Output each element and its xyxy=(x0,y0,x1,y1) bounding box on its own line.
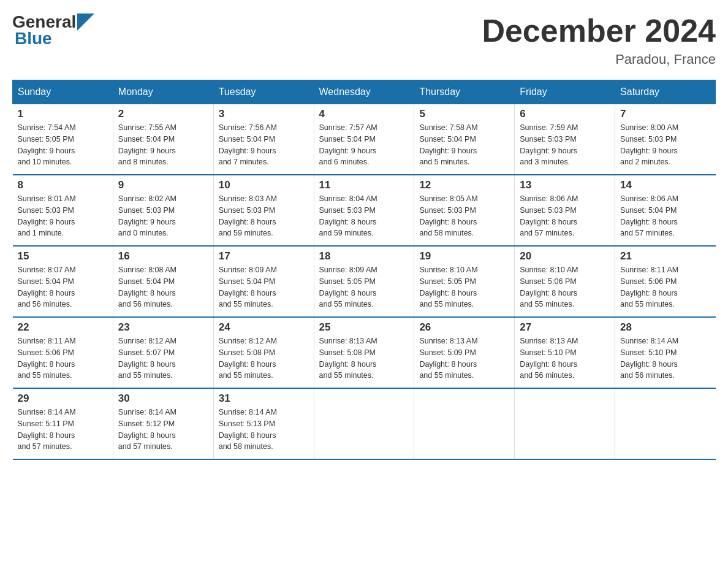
day-info: Sunrise: 8:13 AMSunset: 5:08 PMDaylight:… xyxy=(319,335,409,381)
calendar-cell: 3Sunrise: 7:56 AMSunset: 5:04 PMDaylight… xyxy=(213,104,314,175)
calendar-cell: 10Sunrise: 8:03 AMSunset: 5:03 PMDayligh… xyxy=(213,175,314,246)
calendar-cell: 31Sunrise: 8:14 AMSunset: 5:13 PMDayligh… xyxy=(213,388,314,459)
calendar-cell: 17Sunrise: 8:09 AMSunset: 5:04 PMDayligh… xyxy=(213,246,314,317)
calendar-cell: 27Sunrise: 8:13 AMSunset: 5:10 PMDayligh… xyxy=(515,317,615,388)
calendar-cell: 8Sunrise: 8:01 AMSunset: 5:03 PMDaylight… xyxy=(13,175,113,246)
week-row-1: 1Sunrise: 7:54 AMSunset: 5:05 PMDaylight… xyxy=(13,104,716,175)
day-number: 9 xyxy=(118,179,208,191)
calendar-cell: 25Sunrise: 8:13 AMSunset: 5:08 PMDayligh… xyxy=(314,317,414,388)
calendar-title: December 2024 xyxy=(482,12,716,49)
calendar-cell xyxy=(615,388,716,459)
day-info: Sunrise: 8:03 AMSunset: 5:03 PMDaylight:… xyxy=(219,193,309,239)
day-number: 20 xyxy=(520,250,610,262)
day-number: 28 xyxy=(620,321,710,334)
day-number: 8 xyxy=(18,179,108,191)
day-number: 10 xyxy=(219,179,309,191)
day-number: 29 xyxy=(18,393,108,405)
day-info: Sunrise: 8:13 AMSunset: 5:10 PMDaylight:… xyxy=(520,335,610,381)
calendar-cell: 11Sunrise: 8:04 AMSunset: 5:03 PMDayligh… xyxy=(314,175,414,246)
calendar-cell xyxy=(414,388,515,459)
day-number: 16 xyxy=(118,250,208,262)
day-number: 15 xyxy=(18,250,108,262)
day-number: 3 xyxy=(219,108,309,120)
week-row-5: 29Sunrise: 8:14 AMSunset: 5:11 PMDayligh… xyxy=(13,388,716,459)
calendar-table: SundayMondayTuesdayWednesdayThursdayFrid… xyxy=(12,80,716,460)
calendar-cell xyxy=(515,388,615,459)
week-row-3: 15Sunrise: 8:07 AMSunset: 5:04 PMDayligh… xyxy=(13,246,716,317)
day-info: Sunrise: 8:10 AMSunset: 5:06 PMDaylight:… xyxy=(520,264,610,310)
day-number: 23 xyxy=(118,321,208,334)
calendar-cell: 22Sunrise: 8:11 AMSunset: 5:06 PMDayligh… xyxy=(13,317,113,388)
day-number: 31 xyxy=(219,393,309,405)
calendar-cell: 29Sunrise: 8:14 AMSunset: 5:11 PMDayligh… xyxy=(13,388,113,459)
day-info: Sunrise: 7:58 AMSunset: 5:04 PMDaylight:… xyxy=(419,122,509,168)
calendar-cell: 2Sunrise: 7:55 AMSunset: 5:04 PMDaylight… xyxy=(113,104,213,175)
day-number: 12 xyxy=(419,179,509,191)
header-wednesday: Wednesday xyxy=(314,80,414,104)
logo-arrow-icon xyxy=(77,13,94,31)
day-info: Sunrise: 8:07 AMSunset: 5:04 PMDaylight:… xyxy=(18,264,108,310)
week-row-4: 22Sunrise: 8:11 AMSunset: 5:06 PMDayligh… xyxy=(13,317,716,388)
day-info: Sunrise: 8:06 AMSunset: 5:03 PMDaylight:… xyxy=(520,193,610,239)
day-info: Sunrise: 7:59 AMSunset: 5:03 PMDaylight:… xyxy=(520,122,610,168)
header-monday: Monday xyxy=(113,80,213,104)
calendar-cell: 15Sunrise: 8:07 AMSunset: 5:04 PMDayligh… xyxy=(13,246,113,317)
day-info: Sunrise: 8:09 AMSunset: 5:04 PMDaylight:… xyxy=(219,264,309,310)
header-tuesday: Tuesday xyxy=(213,80,314,104)
day-info: Sunrise: 8:05 AMSunset: 5:03 PMDaylight:… xyxy=(419,193,509,239)
calendar-cell: 6Sunrise: 7:59 AMSunset: 5:03 PMDaylight… xyxy=(515,104,615,175)
page-header: General Blue December 2024 Paradou, Fran… xyxy=(12,12,716,67)
day-number: 19 xyxy=(419,250,509,262)
day-info: Sunrise: 8:12 AMSunset: 5:07 PMDaylight:… xyxy=(118,335,208,381)
calendar-cell: 4Sunrise: 7:57 AMSunset: 5:04 PMDaylight… xyxy=(314,104,414,175)
day-number: 27 xyxy=(520,321,610,334)
calendar-header-row: SundayMondayTuesdayWednesdayThursdayFrid… xyxy=(13,80,716,104)
day-number: 25 xyxy=(319,321,409,334)
day-info: Sunrise: 8:13 AMSunset: 5:09 PMDaylight:… xyxy=(419,335,509,381)
day-info: Sunrise: 8:11 AMSunset: 5:06 PMDaylight:… xyxy=(620,264,710,310)
day-info: Sunrise: 8:09 AMSunset: 5:05 PMDaylight:… xyxy=(319,264,409,310)
day-number: 1 xyxy=(18,108,108,120)
day-info: Sunrise: 8:12 AMSunset: 5:08 PMDaylight:… xyxy=(219,335,309,381)
day-number: 21 xyxy=(620,250,710,262)
calendar-cell xyxy=(314,388,414,459)
day-info: Sunrise: 8:04 AMSunset: 5:03 PMDaylight:… xyxy=(319,193,409,239)
day-number: 13 xyxy=(520,179,610,191)
day-info: Sunrise: 7:56 AMSunset: 5:04 PMDaylight:… xyxy=(219,122,309,168)
day-number: 30 xyxy=(118,393,208,405)
calendar-cell: 21Sunrise: 8:11 AMSunset: 5:06 PMDayligh… xyxy=(615,246,716,317)
day-info: Sunrise: 8:01 AMSunset: 5:03 PMDaylight:… xyxy=(18,193,108,239)
calendar-cell: 19Sunrise: 8:10 AMSunset: 5:05 PMDayligh… xyxy=(414,246,515,317)
day-number: 4 xyxy=(319,108,409,120)
day-number: 14 xyxy=(620,179,710,191)
title-block: December 2024 Paradou, France xyxy=(482,12,716,67)
day-info: Sunrise: 8:10 AMSunset: 5:05 PMDaylight:… xyxy=(419,264,509,310)
calendar-cell: 1Sunrise: 7:54 AMSunset: 5:05 PMDaylight… xyxy=(13,104,113,175)
calendar-cell: 9Sunrise: 8:02 AMSunset: 5:03 PMDaylight… xyxy=(113,175,213,246)
day-info: Sunrise: 8:02 AMSunset: 5:03 PMDaylight:… xyxy=(118,193,208,239)
calendar-cell: 30Sunrise: 8:14 AMSunset: 5:12 PMDayligh… xyxy=(113,388,213,459)
calendar-cell: 24Sunrise: 8:12 AMSunset: 5:08 PMDayligh… xyxy=(213,317,314,388)
day-info: Sunrise: 8:08 AMSunset: 5:04 PMDaylight:… xyxy=(118,264,208,310)
calendar-cell: 7Sunrise: 8:00 AMSunset: 5:03 PMDaylight… xyxy=(615,104,716,175)
calendar-cell: 20Sunrise: 8:10 AMSunset: 5:06 PMDayligh… xyxy=(515,246,615,317)
calendar-cell: 26Sunrise: 8:13 AMSunset: 5:09 PMDayligh… xyxy=(414,317,515,388)
day-info: Sunrise: 8:00 AMSunset: 5:03 PMDaylight:… xyxy=(620,122,710,168)
day-number: 17 xyxy=(219,250,309,262)
day-info: Sunrise: 8:14 AMSunset: 5:11 PMDaylight:… xyxy=(18,407,108,453)
day-info: Sunrise: 7:55 AMSunset: 5:04 PMDaylight:… xyxy=(118,122,208,168)
day-number: 11 xyxy=(319,179,409,191)
calendar-cell: 18Sunrise: 8:09 AMSunset: 5:05 PMDayligh… xyxy=(314,246,414,317)
day-info: Sunrise: 8:14 AMSunset: 5:12 PMDaylight:… xyxy=(118,407,208,453)
header-sunday: Sunday xyxy=(13,80,113,104)
calendar-cell: 13Sunrise: 8:06 AMSunset: 5:03 PMDayligh… xyxy=(515,175,615,246)
header-saturday: Saturday xyxy=(615,80,716,104)
calendar-cell: 14Sunrise: 8:06 AMSunset: 5:04 PMDayligh… xyxy=(615,175,716,246)
day-number: 6 xyxy=(520,108,610,120)
day-number: 26 xyxy=(419,321,509,334)
calendar-cell: 5Sunrise: 7:58 AMSunset: 5:04 PMDaylight… xyxy=(414,104,515,175)
calendar-subtitle: Paradou, France xyxy=(482,52,716,67)
day-number: 2 xyxy=(118,108,208,120)
calendar-cell: 28Sunrise: 8:14 AMSunset: 5:10 PMDayligh… xyxy=(615,317,716,388)
day-number: 22 xyxy=(18,321,108,334)
